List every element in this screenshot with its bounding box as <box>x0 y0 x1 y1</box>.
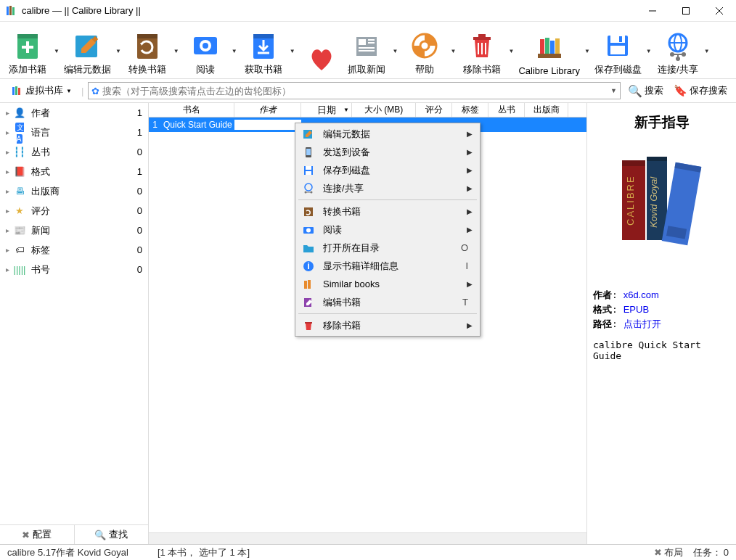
save-search-button[interactable]: 🔖 保存搜索 <box>671 84 730 97</box>
sidebar-item-author[interactable]: ▸👤作者1 <box>0 103 148 123</box>
sidebar-item-series[interactable]: ▸┇┇丛书0 <box>0 142 148 162</box>
book-details: 新手指导 CALIBRE Kovid Goyal 作者: x6d.com格式: … <box>587 103 736 544</box>
toolbar-remove-button[interactable]: 移除书籍 <box>460 25 504 76</box>
sidebar-item-count: 0 <box>137 186 142 197</box>
menu-item-view[interactable]: 阅读▶ <box>297 221 478 239</box>
toolbar-help-dropdown[interactable]: ▼ <box>451 48 457 54</box>
toolbar-library-button[interactable]: Calibre Library <box>518 25 580 76</box>
meta-key: 格式 <box>593 304 612 315</box>
col-size[interactable]: 大小 (MB) <box>352 103 416 117</box>
close-button[interactable] <box>703 0 736 22</box>
menu-item-trash[interactable]: 移除书籍▶ <box>297 316 478 334</box>
toolbar-add-button[interactable]: 添加书籍 <box>6 25 49 76</box>
books-icon <box>11 85 23 96</box>
sidebar-item-label: 语言 <box>31 126 137 139</box>
meta-value[interactable]: x6d.com <box>623 289 659 300</box>
chevron-down-icon[interactable]: ▼ <box>610 87 617 94</box>
menu-item-share[interactable]: 连接/共享▶ <box>297 179 478 197</box>
sidebar-item-publisher[interactable]: ▸🖶出版商0 <box>0 181 148 201</box>
col-author[interactable]: 作者 <box>234 103 301 117</box>
col-tags[interactable]: 标签 <box>452 103 488 117</box>
horizontal-scrollbar[interactable] <box>149 532 586 544</box>
sidebar-item-format[interactable]: ▸📕格式1 <box>0 162 148 181</box>
menu-item-send[interactable]: 发送到设备▶ <box>297 143 478 161</box>
menu-item-label: 编辑元数据 <box>323 128 467 141</box>
toolbar-save-dropdown[interactable]: ▼ <box>646 48 652 54</box>
col-series[interactable]: 丛书 <box>488 103 525 117</box>
config-button[interactable]: ✖ 配置 <box>0 525 74 544</box>
toolbar-convert-button[interactable]: 转换书籍 <box>126 25 169 76</box>
col-title[interactable]: 书名 <box>149 103 234 117</box>
meta-value[interactable]: 点击打开 <box>623 318 661 329</box>
toolbar-convert-dropdown[interactable]: ▼ <box>173 48 179 54</box>
sidebar-item-label: 评分 <box>31 205 137 218</box>
meta-row: 格式: EPUB <box>593 303 730 316</box>
sidebar-item-id[interactable]: ▸|||||书号0 <box>0 260 148 279</box>
svg-rect-2 <box>12 7 15 15</box>
meta-row: 路径: 点击打开 <box>593 318 730 331</box>
toolbar-connect-dropdown[interactable]: ▼ <box>704 48 710 54</box>
toolbar-help-button[interactable]: 帮助 <box>403 25 446 76</box>
menu-item-savedisk[interactable]: 保存到磁盘▶ <box>297 161 478 179</box>
menu-item-editbook[interactable]: 编辑书籍T <box>297 293 478 311</box>
minimize-button[interactable] <box>636 0 669 22</box>
lang-icon: 文A <box>12 121 27 144</box>
toolbar-remove-dropdown[interactable]: ▼ <box>508 48 514 54</box>
sidebar-item-newsfeed[interactable]: ▸📰新闻0 <box>0 221 148 240</box>
sidebar-item-lang[interactable]: ▸文A语言1 <box>0 123 148 142</box>
submenu-arrow-icon: ▶ <box>467 321 473 329</box>
search-button[interactable]: 🔍 搜索 <box>625 84 666 98</box>
view-icon <box>189 30 221 62</box>
sidebar-item-rating[interactable]: ▸★评分0 <box>0 201 148 221</box>
meta-key: 路径 <box>593 318 612 329</box>
toolbar-heart-button[interactable] <box>300 25 343 76</box>
shortcut-key: T <box>462 297 468 308</box>
expand-icon: ▸ <box>6 207 9 215</box>
menu-separator <box>298 313 477 314</box>
find-button[interactable]: 🔍 查找 <box>74 525 149 544</box>
search-input[interactable] <box>102 83 608 98</box>
toolbar-add-dropdown[interactable]: ▼ <box>54 48 60 54</box>
toolbar-news-dropdown[interactable]: ▼ <box>393 48 398 54</box>
submenu-arrow-icon: ▶ <box>467 148 473 156</box>
metadata: 作者: x6d.com格式: EPUB路径: 点击打开 <box>593 287 730 332</box>
maximize-button[interactable] <box>669 0 703 22</box>
layout-button[interactable]: ✖ 布局 <box>654 546 683 559</box>
toolbar-library-dropdown[interactable]: ▼ <box>584 48 590 54</box>
config-label: 配置 <box>33 528 52 541</box>
sidebar-item-count: 0 <box>137 264 142 275</box>
book-title: 新手指导 <box>593 113 730 132</box>
toolbar-label: 连接/共享 <box>658 63 698 76</box>
toolbar-editmeta-dropdown[interactable]: ▼ <box>115 48 121 54</box>
col-publisher[interactable]: 出版商 <box>525 103 568 117</box>
toolbar-view-button[interactable]: 阅读 <box>184 25 227 76</box>
col-date[interactable]: 日期▼ <box>301 103 352 117</box>
col-rating[interactable]: 评分 <box>416 103 452 117</box>
connect-icon <box>662 30 694 62</box>
menu-item-similar[interactable]: Similar books▶ <box>297 275 478 293</box>
virtual-library-button[interactable]: 虚拟书库 ▼ <box>6 82 77 99</box>
toolbar-fetch-button[interactable]: 获取书籍 <box>242 25 285 76</box>
jobs-button[interactable]: 任务： 0 <box>693 546 729 559</box>
toolbar-news-button[interactable]: 抓取新闻 <box>345 25 388 76</box>
series-icon: ┇┇ <box>12 147 27 157</box>
newsfeed-icon: 📰 <box>12 225 27 236</box>
menu-item-editmeta[interactable]: 编辑元数据▶ <box>297 125 478 143</box>
gear-icon[interactable]: ✿ <box>91 86 99 96</box>
menu-item-folder[interactable]: 打开所在目录O <box>297 239 478 257</box>
svg-rect-1 <box>9 6 12 15</box>
search-button-label: 搜索 <box>645 84 663 97</box>
meta-value[interactable]: EPUB <box>623 304 649 315</box>
toolbar-editmeta-button[interactable]: 编辑元数据 <box>64 25 111 76</box>
toolbar-connect-button[interactable]: 连接/共享 <box>656 25 700 76</box>
expand-icon: ▸ <box>6 148 9 156</box>
toolbar-view-dropdown[interactable]: ▼ <box>232 48 237 54</box>
menu-item-info[interactable]: i显示书籍详细信息I <box>297 257 478 275</box>
svg-rect-58 <box>647 157 667 161</box>
menu-item-convert[interactable]: 转换书籍▶ <box>297 202 478 221</box>
sidebar-item-tag[interactable]: ▸🏷标签0 <box>0 240 148 260</box>
toolbar-fetch-dropdown[interactable]: ▼ <box>290 48 295 54</box>
trash-icon <box>303 320 317 332</box>
book-cover[interactable]: CALIBRE Kovid Goyal <box>593 142 730 251</box>
toolbar-save-button[interactable]: 保存到磁盘 <box>594 25 642 76</box>
